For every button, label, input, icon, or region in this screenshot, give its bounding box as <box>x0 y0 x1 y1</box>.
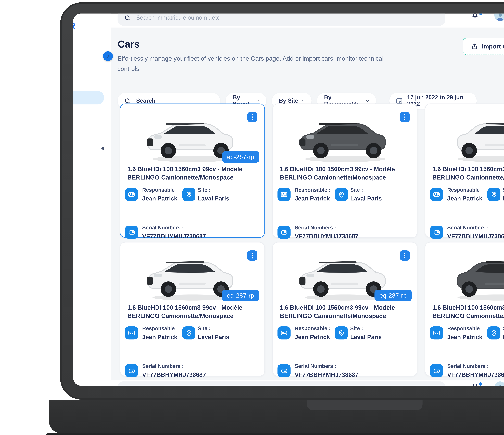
page-description: Effortlessly manage your fleet of vehicl… <box>117 54 397 74</box>
car-card[interactable]: eq-287-rp1.6 BlueHDi 100 1560cm3 99cv - … <box>425 104 504 238</box>
laptop-notch <box>307 400 423 410</box>
info-label: Site : <box>503 187 504 193</box>
id-card-icon <box>278 327 291 339</box>
info-value: Jean Patrick <box>447 333 482 340</box>
global-search-input-wrap <box>117 14 445 26</box>
info-value: Jean Patrick <box>295 195 330 202</box>
info-value: Laval Paris <box>350 195 382 202</box>
car-card[interactable]: eq-287-rp1.6 BlueHDi 100 1560cm3 99cv - … <box>120 104 265 238</box>
info-value: Jean Patrick <box>295 333 330 340</box>
info-label: Responsable : <box>447 187 483 193</box>
info-label: Serial Numbers : <box>447 363 489 369</box>
pin-icon <box>182 188 196 201</box>
filter-dropdown-label: By Site <box>279 98 298 104</box>
sim-card-icon <box>125 364 138 377</box>
divider <box>488 382 488 386</box>
car-card[interactable]: 1.6 BlueHDi 100 1560cm3 99cv - Modèle BE… <box>272 104 417 238</box>
chevron-down-icon <box>300 98 306 104</box>
info-value: VF77BBHYMHJ738687 <box>295 371 359 378</box>
calendar-icon <box>396 97 403 104</box>
car-title: 1.6 BlueHDi 100 1560cm3 99cv - Modèle BE… <box>127 303 260 320</box>
left-active-item-fragment[interactable] <box>73 91 104 104</box>
info-label: Site : <box>198 325 211 331</box>
info-value: VF77BBHYMHJ738687 <box>142 233 206 240</box>
laptop-base <box>49 400 504 433</box>
info-label: Responsable : <box>295 325 330 331</box>
stage: R e Chioukh h'mimi Cars Effortlessly man… <box>0 0 504 435</box>
car-image <box>287 110 403 166</box>
page-title: Cars <box>117 39 140 50</box>
search-icon <box>124 14 131 21</box>
car-title: 1.6 BlueHDi 100 1560cm3 99cv - Modèle BE… <box>280 303 412 320</box>
info-label: Site : <box>198 187 211 193</box>
pin-icon <box>487 188 500 201</box>
id-card-icon <box>125 327 138 339</box>
info-value: Jean Patrick <box>142 195 177 202</box>
id-card-icon <box>125 188 138 201</box>
license-plate-badge: eq-287-rp <box>374 290 412 301</box>
sim-card-icon <box>430 364 443 377</box>
import-cars-button[interactable]: Import Cars <box>463 38 504 55</box>
id-card-icon <box>430 327 443 339</box>
car-title: 1.6 BlueHDi 100 1560cm3 99cv - Modèle BE… <box>280 165 412 182</box>
import-cars-label: Import Cars <box>482 43 504 50</box>
bell-icon[interactable] <box>470 382 479 386</box>
car-image <box>439 110 504 166</box>
cars-page: Cars Effortlessly manage your fleet of v… <box>111 27 504 380</box>
info-label: Responsable : <box>142 325 178 331</box>
divider <box>73 113 104 113</box>
sim-card-icon <box>125 226 138 239</box>
cars-grid: eq-287-rp1.6 BlueHDi 100 1560cm3 99cv - … <box>120 104 504 376</box>
info-label: Responsable : <box>142 187 178 193</box>
car-title: 1.6 BlueHDi 100 1560cm3 99cv - Modèle BE… <box>127 165 260 182</box>
id-card-icon <box>278 188 291 201</box>
info-label: Serial Numbers : <box>142 225 184 231</box>
car-title: 1.6 BlueHDi 100 1560cm3 99cv - Modèle BE… <box>432 303 504 320</box>
info-label: Responsable : <box>295 187 330 193</box>
info-label: Site : <box>350 187 363 193</box>
car-card[interactable]: 1.6 BlueHDi 100 1560cm3 99cv - Modèle BE… <box>425 242 504 376</box>
license-plate-badge: eq-287-rp <box>222 290 259 301</box>
chevron-down-icon <box>365 98 370 104</box>
info-label: Site : <box>350 325 363 331</box>
info-label: Serial Numbers : <box>142 363 184 369</box>
pin-icon <box>487 327 500 339</box>
pin-icon <box>182 327 196 339</box>
left-item-label-fragment: e <box>101 145 104 151</box>
share-icon <box>471 43 478 50</box>
divider <box>488 14 488 21</box>
info-value: VF77BBHYMHJ738687 <box>295 233 359 240</box>
logo-fragment: R <box>73 21 75 31</box>
info-label: Responsable : <box>447 325 483 331</box>
car-card[interactable]: eq-287-rp1.6 BlueHDi 100 1560cm3 99cv - … <box>272 242 417 376</box>
car-card[interactable]: eq-287-rp1.6 BlueHDi 100 1560cm3 99cv - … <box>120 242 265 376</box>
info-value: Laval Paris <box>198 333 229 340</box>
search-icon <box>124 97 131 104</box>
left-sidebar-fragment: R e <box>73 14 111 386</box>
global-search-input-wrap-bottom <box>117 382 445 386</box>
info-value: VF77BBHYMHJ738687 <box>447 233 504 240</box>
info-value: Laval Paris <box>503 333 504 340</box>
info-value: VF77BBHYMHJ738687 <box>142 371 206 378</box>
info-label: Serial Numbers : <box>295 225 336 231</box>
license-plate-badge: eq-287-rp <box>222 151 259 163</box>
bell-icon[interactable] <box>470 14 479 19</box>
chevron-right-icon <box>105 53 111 59</box>
info-label: Serial Numbers : <box>447 225 489 231</box>
info-label: Serial Numbers : <box>295 363 336 369</box>
info-value: Laval Paris <box>350 333 382 340</box>
laptop-foot <box>45 433 504 435</box>
info-value: Jean Patrick <box>447 195 482 202</box>
info-value: Laval Paris <box>198 195 229 202</box>
avatar[interactable] <box>494 14 504 21</box>
car-image <box>439 248 504 304</box>
pin-icon <box>335 327 348 339</box>
pin-icon <box>335 188 348 201</box>
global-search-input[interactable] <box>135 14 398 21</box>
info-value: VF77BBHYMHJ738687 <box>447 371 504 378</box>
id-card-icon <box>430 188 443 201</box>
info-label: Site : <box>503 325 504 331</box>
filter-search-input[interactable] <box>135 97 207 104</box>
sim-card-icon <box>278 364 291 377</box>
sidebar-toggle-button[interactable] <box>103 51 113 61</box>
